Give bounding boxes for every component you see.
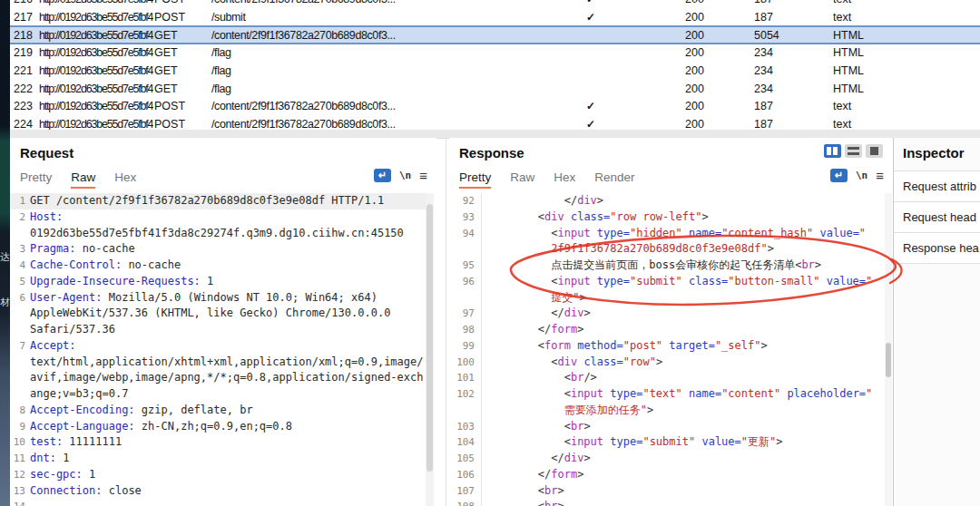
- response-tab-raw[interactable]: Raw: [510, 170, 534, 189]
- single-pane-layout-button[interactable]: [866, 144, 883, 158]
- cell-length: 234: [754, 83, 773, 95]
- code-text: Upgrade-Insecure-Requests: 1: [30, 275, 213, 287]
- code-text: Cache-Control: no-cache: [30, 258, 181, 271]
- response-scrollbar-thumb[interactable]: [886, 343, 891, 377]
- cell-mime: HTML: [833, 29, 864, 42]
- cell-method: POST: [154, 100, 185, 112]
- code-text: <input type="submit" class="button-small…: [485, 275, 872, 287]
- editor-menu-icon[interactable]: ≡: [419, 169, 427, 182]
- cell-status: 200: [685, 100, 704, 112]
- code-text: Safari/537.36: [30, 323, 115, 336]
- inspector-section-request-attrib[interactable]: Request attrib: [894, 170, 980, 201]
- request-code-line: 14: [10, 499, 426, 506]
- code-text: test: 11111111: [30, 435, 122, 448]
- request-tabs: PrettyRawHex: [20, 170, 136, 189]
- code-text: 2f9f1f36782a270b689d8c0f3e9e08df">: [485, 242, 774, 255]
- cell-params: ✓: [580, 0, 602, 5]
- response-tab-pretty[interactable]: Pretty: [459, 170, 491, 189]
- word-wrap-icon[interactable]: ↵: [374, 169, 391, 182]
- code-text: 提交">: [485, 291, 586, 304]
- line-number: 103: [449, 419, 475, 435]
- stacked-layout-button[interactable]: [845, 144, 862, 158]
- code-text: Connection: close: [30, 484, 142, 497]
- response-tab-hex[interactable]: Hex: [554, 170, 575, 189]
- response-code-line: 99 <form method="post" target="_self">: [449, 338, 882, 355]
- editor-menu-icon[interactable]: ≡: [876, 169, 884, 182]
- code-text: avif,image/webp,image/apng,*/*;q=0.8,app…: [30, 371, 423, 384]
- line-number: 14: [10, 499, 25, 506]
- request-scrollbar[interactable]: [426, 193, 434, 506]
- response-tabs: PrettyRawHexRender: [459, 170, 635, 189]
- cell-path: /content/2f9f1f36782a270b689d8c0f3...: [211, 118, 396, 130]
- columns-layout-button[interactable]: [824, 144, 841, 158]
- code-text: 0192d63be55d7e5fbf41f3da8c29274f.q3m9.dg…: [30, 227, 404, 239]
- table-row-221[interactable]: 221http://0192d63be55d7e5fbf41f...GET/fl…: [10, 62, 980, 80]
- request-code-line: 3Pragma: no-cache: [10, 241, 426, 258]
- cell-method: POST: [154, 118, 185, 130]
- cell-method: GET: [154, 64, 178, 77]
- cell-length: 187: [754, 100, 773, 112]
- cell-id: 217: [14, 11, 33, 24]
- cell-method: GET: [154, 29, 178, 42]
- code-text: <form method="post" target="_self">: [485, 339, 768, 352]
- table-row-222[interactable]: 222http://0192d63be55d7e5fbf41f...GET/fl…: [10, 80, 980, 98]
- code-text: <div class="row">: [485, 355, 662, 368]
- inspector-section-response-hea[interactable]: Response hea: [894, 232, 980, 264]
- line-number: 10: [10, 434, 25, 451]
- request-code-line: 8Accept-Encoding: gzip, deflate, br: [10, 403, 426, 419]
- request-code-line: 2Host:: [10, 209, 426, 226]
- response-code-line: 107 <br>: [449, 483, 882, 500]
- table-row-223[interactable]: 223http://0192d63be55d7e5fbf41f...POST/c…: [10, 97, 980, 115]
- line-number: 93: [449, 209, 475, 226]
- cell-id: 218: [14, 29, 33, 42]
- response-editor[interactable]: 92 </div>93 <div class="row row-left">94…: [449, 193, 882, 506]
- request-tab-raw[interactable]: Raw: [71, 170, 95, 189]
- show-newlines-icon[interactable]: \n: [856, 170, 867, 181]
- code-text: 点击提交当前页面，boss会审核你的起飞任务清单<br>: [485, 258, 821, 271]
- response-tab-render[interactable]: Render: [594, 170, 634, 189]
- request-tab-pretty[interactable]: Pretty: [20, 170, 52, 189]
- code-text: sec-gpc: 1: [30, 468, 95, 481]
- line-number: 1: [10, 193, 25, 209]
- show-newlines-icon[interactable]: \n: [399, 170, 411, 181]
- code-text: </div>: [485, 307, 591, 319]
- table-row-224[interactable]: 224http://0192d63be55d7e5fbf41f...POST/c…: [10, 115, 980, 130]
- background-text-fragment: 材: [0, 296, 10, 309]
- request-code-line: 12sec-gpc: 1: [10, 467, 426, 483]
- request-code-line: 11dnt: 1: [10, 451, 426, 467]
- code-text: </form>: [485, 468, 583, 481]
- request-scrollbar-thumb[interactable]: [426, 204, 433, 472]
- cell-url: http://0192d63be55d7e5fbf41f...: [39, 83, 153, 95]
- table-row-217[interactable]: 217http://0192d63be55d7e5fbf41f...POST/s…: [10, 8, 980, 26]
- cell-path: /flag: [211, 83, 231, 95]
- cell-mime: HTML: [833, 83, 864, 95]
- table-row-216[interactable]: 216http://0192d63be55d7e5fbf41f...POST/c…: [10, 0, 980, 8]
- request-tab-hex[interactable]: Hex: [114, 170, 136, 189]
- line-number: 7: [10, 338, 25, 355]
- code-text: Host:: [30, 210, 63, 223]
- request-response-divider[interactable]: [446, 138, 446, 506]
- code-text: User-Agent: Mozilla/5.0 (Windows NT 10.0…: [30, 291, 377, 304]
- inspector-section-request-head[interactable]: Request head: [894, 201, 980, 232]
- code-text: <br>: [485, 500, 564, 506]
- code-text: text/html,application/xhtml+xml,applicat…: [30, 355, 423, 368]
- response-scrollbar[interactable]: [885, 193, 892, 506]
- cell-length: 187: [754, 118, 773, 130]
- code-text: <input type="submit" value="更新">: [485, 435, 782, 448]
- line-number: 13: [10, 483, 25, 500]
- response-code-line: 102 <input type="text" name="content" pl…: [449, 386, 882, 403]
- code-text: Accept-Language: zh-CN,zh;q=0.9,en;q=0.8: [30, 420, 292, 433]
- table-row-218[interactable]: 218http://0192d63be55d7e5fbf41f...GET/co…: [10, 25, 980, 44]
- code-text: dnt: 1: [30, 452, 69, 464]
- response-code-line: 106 </form>: [449, 467, 882, 483]
- line-number: 108: [449, 499, 475, 506]
- request-editor[interactable]: 1GET /content/2f9f1f36782a270b689d8c0f3e…: [10, 193, 426, 506]
- cell-url: http://0192d63be55d7e5fbf41f...: [39, 64, 153, 77]
- table-row-219[interactable]: 219http://0192d63be55d7e5fbf41f...GET/fl…: [10, 44, 980, 62]
- line-number: 107: [449, 483, 475, 500]
- background-text-fragment: 达: [0, 250, 10, 264]
- http-history-table[interactable]: 216http://0192d63be55d7e5fbf41f...POST/c…: [10, 0, 980, 130]
- word-wrap-icon[interactable]: ↵: [830, 169, 848, 182]
- code-text: 需要添加的任务">: [485, 404, 653, 416]
- code-text: <br/>: [485, 371, 597, 384]
